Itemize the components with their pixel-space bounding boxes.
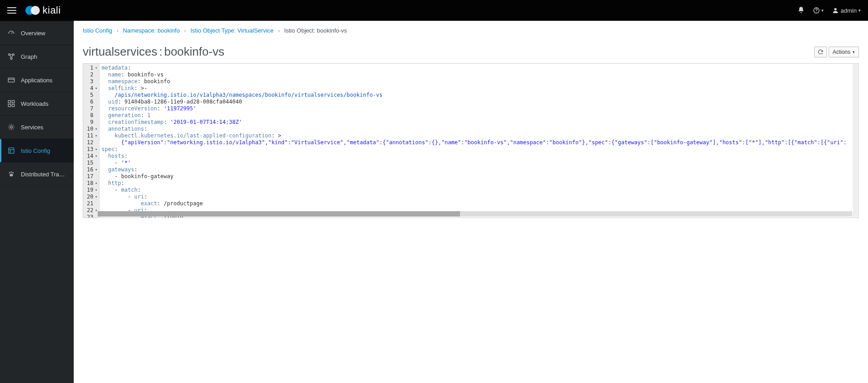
breadcrumb-link[interactable]: Istio Config	[83, 27, 112, 34]
chevron-down-icon: ▾	[859, 8, 861, 13]
sidebar-item-label: Services	[21, 124, 43, 131]
brand-logo[interactable]: kiali	[25, 5, 61, 16]
horizontal-scrollbar[interactable]	[98, 211, 852, 217]
sidebar-item-label: Distributed Traci…	[21, 171, 66, 178]
refresh-icon	[817, 49, 824, 55]
breadcrumb: Istio Config › Namespace: bookinfo › Ist…	[74, 21, 868, 34]
yaml-content[interactable]: metadata: name: bookinfo-vs namespace: b…	[100, 64, 859, 218]
vertical-scrollbar[interactable]	[853, 64, 858, 217]
svg-point-1	[816, 12, 816, 12]
refresh-button[interactable]	[814, 47, 827, 57]
svg-point-15	[12, 172, 14, 174]
actions-button-label: Actions	[833, 49, 850, 55]
logo-mark-icon	[25, 5, 39, 15]
breadcrumb-current: Istio Object: bookinfo-vs	[284, 27, 347, 34]
help-icon[interactable]: ▾	[813, 7, 824, 14]
user-menu[interactable]: admin ▾	[832, 7, 861, 14]
topbar: kiali ▾ admin ▾	[0, 0, 868, 21]
bundle-icon	[7, 99, 15, 108]
svg-point-5	[10, 58, 12, 60]
sidebar-item-istio-config[interactable]: Istio Config	[0, 139, 74, 162]
chevron-down-icon: ▾	[853, 50, 855, 54]
breadcrumb-sep: ›	[117, 27, 119, 34]
hamburger-icon[interactable]	[7, 7, 16, 14]
sidebar-item-distributed-tracing[interactable]: Distributed Traci…	[0, 162, 74, 186]
svg-rect-9	[8, 104, 10, 107]
sidebar-item-label: Graph	[21, 53, 37, 60]
paw-icon	[7, 170, 15, 178]
yaml-editor[interactable]: 1▾234▾5678910▾11▾1213▾14▾1516▾1718▾19▾20…	[83, 63, 859, 218]
sidebar-item-label: Overview	[21, 30, 45, 37]
service-icon	[7, 123, 15, 131]
user-name: admin	[841, 7, 857, 14]
svg-point-2	[834, 8, 836, 10]
breadcrumb-link[interactable]: Istio Object Type: VirtualService	[190, 27, 274, 34]
chevron-down-icon: ▾	[821, 8, 824, 13]
topology-icon	[7, 52, 15, 61]
sidebar-item-label: Istio Config	[21, 147, 50, 154]
main-content: Istio Config › Namespace: bookinfo › Ist…	[74, 21, 868, 383]
svg-rect-6	[8, 78, 14, 82]
breadcrumb-sep: ›	[184, 27, 186, 34]
sidebar-item-applications[interactable]: Applications	[0, 68, 74, 92]
svg-rect-12	[9, 148, 14, 153]
svg-rect-7	[8, 100, 10, 103]
breadcrumb-link[interactable]: Namespace: bookinfo	[123, 27, 180, 34]
svg-point-13	[9, 172, 10, 174]
svg-point-11	[10, 126, 13, 128]
sidebar-item-graph[interactable]: Graph	[0, 45, 74, 68]
tachometer-icon	[7, 29, 15, 37]
bell-icon[interactable]	[797, 6, 805, 15]
brand-name: kiali	[43, 5, 61, 16]
actions-button[interactable]: Actions ▾	[829, 47, 859, 57]
sidebar: Overview Graph Applications Workloads Se…	[0, 21, 74, 383]
svg-point-16	[9, 174, 13, 176]
page-title: virtualservices:bookinfo-vs	[83, 45, 224, 59]
line-gutter: 1▾234▾5678910▾11▾1213▾14▾1516▾1718▾19▾20…	[83, 64, 100, 218]
svg-rect-10	[12, 104, 14, 107]
sidebar-item-label: Applications	[21, 77, 52, 84]
sidebar-item-workloads[interactable]: Workloads	[0, 92, 74, 115]
object-name: bookinfo-vs	[164, 45, 224, 58]
svg-rect-8	[12, 100, 14, 103]
template-icon	[7, 147, 15, 155]
sidebar-item-overview[interactable]: Overview	[0, 21, 74, 45]
sidebar-item-services[interactable]: Services	[0, 115, 74, 139]
svg-point-14	[11, 171, 12, 173]
sidebar-item-label: Workloads	[21, 100, 48, 107]
apps-icon	[7, 76, 15, 84]
breadcrumb-sep: ›	[278, 27, 280, 34]
object-kind: virtualservices	[83, 45, 157, 58]
